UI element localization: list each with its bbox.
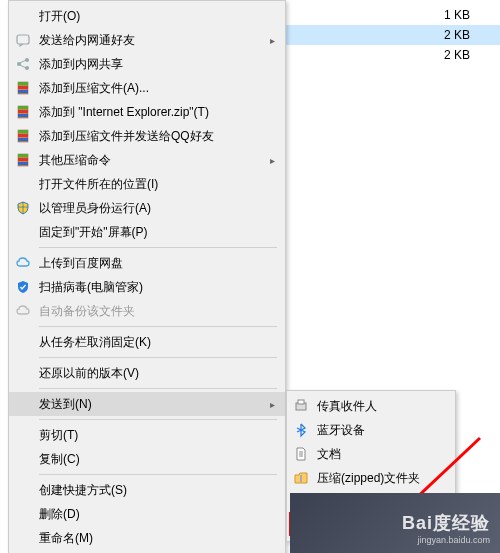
menu-send-to[interactable]: 发送到(N)▸ bbox=[9, 392, 285, 416]
svg-rect-10 bbox=[18, 110, 28, 113]
menu-upload-baidu[interactable]: 上传到百度网盘 bbox=[9, 251, 285, 275]
menu-label: 上传到百度网盘 bbox=[39, 255, 277, 272]
menu-pin-start[interactable]: 固定到"开始"屏幕(P) bbox=[9, 220, 285, 244]
svg-rect-11 bbox=[18, 114, 28, 117]
menu-restore-prev[interactable]: 还原以前的版本(V) bbox=[9, 361, 285, 385]
submenu-label: 文档 bbox=[317, 446, 341, 463]
menu-cut[interactable]: 剪切(T) bbox=[9, 423, 285, 447]
menu-label: 重命名(M) bbox=[39, 530, 277, 547]
svg-rect-17 bbox=[18, 154, 28, 157]
menu-separator bbox=[39, 388, 277, 389]
menu-label: 还原以前的版本(V) bbox=[39, 365, 277, 382]
menu-add-zip[interactable]: 添加到 "Internet Explorer.zip"(T) bbox=[9, 100, 285, 124]
file-row[interactable]: 1 KB bbox=[285, 5, 500, 25]
fax-icon bbox=[291, 396, 311, 416]
shield-icon bbox=[13, 277, 33, 297]
submenu-bluetooth[interactable]: 蓝牙设备 bbox=[287, 418, 455, 442]
menu-label: 发送给内网通好友 bbox=[39, 32, 267, 49]
shield-icon bbox=[13, 198, 33, 218]
menu-add-archive[interactable]: 添加到压缩文件(A)... bbox=[9, 76, 285, 100]
chevron-right-icon: ▸ bbox=[267, 155, 277, 166]
svg-rect-6 bbox=[18, 86, 28, 89]
menu-rename[interactable]: 重命名(M) bbox=[9, 526, 285, 550]
menu-label: 固定到"开始"屏幕(P) bbox=[39, 224, 277, 241]
svg-rect-0 bbox=[17, 35, 29, 44]
submenu-label: 压缩(zipped)文件夹 bbox=[317, 470, 420, 487]
svg-rect-21 bbox=[298, 400, 304, 404]
menu-label: 扫描病毒(电脑管家) bbox=[39, 279, 277, 296]
menu-scan-virus[interactable]: 扫描病毒(电脑管家) bbox=[9, 275, 285, 299]
menu-run-admin[interactable]: 以管理员身份运行(A) bbox=[9, 196, 285, 220]
menu-label: 添加到 "Internet Explorer.zip"(T) bbox=[39, 104, 277, 121]
menu-label: 打开(O) bbox=[39, 8, 277, 25]
chevron-right-icon: ▸ bbox=[267, 35, 277, 46]
bluetooth-icon bbox=[291, 420, 311, 440]
menu-label: 添加到压缩文件并发送给QQ好友 bbox=[39, 128, 277, 145]
file-row[interactable]: 2 KB bbox=[285, 25, 500, 45]
watermark-sub: jingyan.baidu.com bbox=[402, 535, 490, 545]
submenu-fax[interactable]: 传真收件人 bbox=[287, 394, 455, 418]
svg-rect-9 bbox=[18, 106, 28, 109]
file-list: 1 KB 2 KB 2 KB bbox=[285, 0, 500, 65]
menu-label: 其他压缩命令 bbox=[39, 152, 267, 169]
menu-separator bbox=[39, 326, 277, 327]
svg-rect-13 bbox=[18, 130, 28, 133]
menu-separator bbox=[39, 474, 277, 475]
svg-rect-7 bbox=[18, 90, 28, 93]
menu-label: 复制(C) bbox=[39, 451, 277, 468]
menu-label: 发送到(N) bbox=[39, 396, 267, 413]
svg-rect-5 bbox=[18, 82, 28, 85]
zip-folder-icon bbox=[291, 468, 311, 488]
document-icon bbox=[291, 444, 311, 464]
menu-label: 剪切(T) bbox=[39, 427, 277, 444]
menu-label: 以管理员身份运行(A) bbox=[39, 200, 277, 217]
menu-separator bbox=[39, 419, 277, 420]
menu-label: 添加到内网共享 bbox=[39, 56, 277, 73]
context-menu: 打开(O) 发送给内网通好友▸ 添加到内网共享 添加到压缩文件(A)... 添加… bbox=[8, 0, 286, 553]
submenu-zipped[interactable]: 压缩(zipped)文件夹 bbox=[287, 466, 455, 490]
watermark-main: Bai度经验 bbox=[402, 511, 490, 535]
cloud-icon bbox=[13, 253, 33, 273]
menu-create-shortcut[interactable]: 创建快捷方式(S) bbox=[9, 478, 285, 502]
submenu-label: 传真收件人 bbox=[317, 398, 377, 415]
file-size: 2 KB bbox=[410, 28, 470, 42]
menu-add-lan[interactable]: 添加到内网共享 bbox=[9, 52, 285, 76]
menu-open[interactable]: 打开(O) bbox=[9, 4, 285, 28]
share-icon bbox=[13, 54, 33, 74]
svg-rect-19 bbox=[18, 162, 28, 165]
menu-separator bbox=[39, 247, 277, 248]
menu-open-location[interactable]: 打开文件所在的位置(I) bbox=[9, 172, 285, 196]
menu-delete[interactable]: 删除(D) bbox=[9, 502, 285, 526]
watermark: Bai度经验 jingyan.baidu.com bbox=[402, 511, 490, 545]
menu-label: 创建快捷方式(S) bbox=[39, 482, 277, 499]
menu-auto-backup: 自动备份该文件夹 bbox=[9, 299, 285, 323]
chevron-right-icon: ▸ bbox=[267, 399, 277, 410]
menu-label: 自动备份该文件夹 bbox=[39, 303, 277, 320]
chat-icon bbox=[13, 30, 33, 50]
menu-other-archive[interactable]: 其他压缩命令▸ bbox=[9, 148, 285, 172]
menu-add-send-qq[interactable]: 添加到压缩文件并发送给QQ好友 bbox=[9, 124, 285, 148]
menu-label: 添加到压缩文件(A)... bbox=[39, 80, 277, 97]
file-size: 1 KB bbox=[410, 8, 470, 22]
file-size: 2 KB bbox=[410, 48, 470, 62]
menu-copy[interactable]: 复制(C) bbox=[9, 447, 285, 471]
submenu-documents[interactable]: 文档 bbox=[287, 442, 455, 466]
menu-unpin-taskbar[interactable]: 从任务栏取消固定(K) bbox=[9, 330, 285, 354]
archive-icon bbox=[13, 126, 33, 146]
menu-separator bbox=[39, 357, 277, 358]
svg-rect-22 bbox=[300, 475, 302, 482]
cloud-icon bbox=[13, 301, 33, 321]
svg-rect-14 bbox=[18, 134, 28, 137]
svg-rect-15 bbox=[18, 138, 28, 141]
menu-label: 打开文件所在的位置(I) bbox=[39, 176, 277, 193]
archive-icon bbox=[13, 150, 33, 170]
menu-send-lan[interactable]: 发送给内网通好友▸ bbox=[9, 28, 285, 52]
menu-label: 删除(D) bbox=[39, 506, 277, 523]
menu-label: 从任务栏取消固定(K) bbox=[39, 334, 277, 351]
archive-icon bbox=[13, 102, 33, 122]
svg-rect-18 bbox=[18, 158, 28, 161]
file-row[interactable]: 2 KB bbox=[285, 45, 500, 65]
submenu-label: 蓝牙设备 bbox=[317, 422, 365, 439]
archive-icon bbox=[13, 78, 33, 98]
